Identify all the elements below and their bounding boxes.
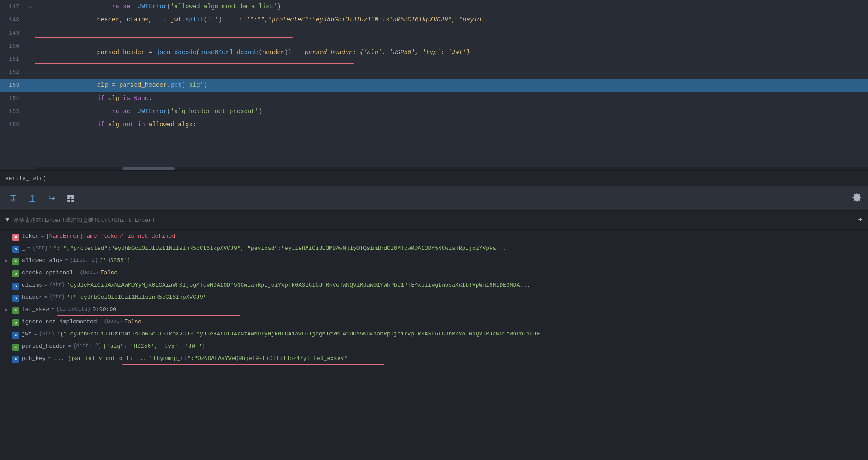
code-line-156: 156 if alg not in allowed_algs: xyxy=(0,118,868,131)
expand-icon-allowed-algs[interactable]: ▶ xyxy=(5,257,12,263)
code-line-151: 151 parsed_header = json_decode(base64ur… xyxy=(0,52,868,66)
svg-rect-1 xyxy=(67,197,70,199)
var-type-header: {str} xyxy=(49,294,65,300)
horizontal-scrollbar[interactable] xyxy=(35,167,868,170)
var-type-allowed-algs: {list: 1} xyxy=(69,257,98,263)
var-row-iat-skew[interactable]: ▶ ≡ iat_skew = {timedelta} 0:00:00 xyxy=(0,305,868,317)
var-row-token[interactable]: ● token = {NameError}name 'token' is not… xyxy=(0,232,868,244)
badge-allowed-algs: ≡ xyxy=(12,258,19,265)
line-number-152: 152 xyxy=(0,69,26,76)
expand-icon-checks-optional xyxy=(5,270,12,270)
var-type-ignore-not-implemented: {bool} xyxy=(104,318,122,325)
line-content-156: if alg not in allowed_algs: xyxy=(35,105,868,144)
badge-pub-key: s xyxy=(12,356,19,363)
line-number-155: 155 xyxy=(0,108,26,115)
badge-jwt: s xyxy=(12,332,19,339)
svg-rect-3 xyxy=(67,200,70,202)
function-bar: verify_jwt() xyxy=(0,170,868,186)
table-icon[interactable] xyxy=(65,192,77,204)
var-value-jwt: '{" eyJhbGciOiJIUzI1NiIsInR5cCI6IkpXVCJ9… xyxy=(56,331,550,337)
var-name-pub-key: pub_key xyxy=(22,355,46,362)
var-value-ignore-not-implemented: False xyxy=(124,318,142,325)
var-name-allowed-algs: allowed_algs xyxy=(22,257,63,264)
var-type-jwt: {str} xyxy=(39,331,55,337)
eval-add-icon[interactable]: + xyxy=(858,216,863,225)
var-row-claims[interactable]: s claims = {str} 'eyJleHAiOiJAxNzAwMDYyM… xyxy=(0,280,868,293)
var-value-header: '{" eyJhbGciOiJIUzI1NiIsInR5cCI6IkpXVCJ9… xyxy=(67,294,207,301)
var-value-allowed-algs: ['HS256'] xyxy=(100,257,130,264)
var-value-parsed-header: {'alg': 'HS256', 'typ': 'JWT'} xyxy=(103,343,205,349)
var-type-iat-skew: {timedelta} xyxy=(56,306,90,312)
var-name-checks-optional: checks_optional xyxy=(22,270,73,276)
step-into-icon[interactable] xyxy=(7,192,19,204)
var-value-underscore: "":"","protected":"eyJhbGciOiJIUzI1NiIsI… xyxy=(50,245,506,252)
line-gutter-147: □ xyxy=(26,4,35,9)
var-name-token: token xyxy=(22,233,39,239)
var-value-checks-optional: False xyxy=(100,270,118,276)
var-row-jwt[interactable]: s jwt = {str} '{" eyJhbGciOiJIUzI1NiIsIn… xyxy=(0,329,868,342)
expand-icon-underscore xyxy=(5,245,12,246)
var-value-token: {NameError}name 'token' is not defined xyxy=(46,233,175,239)
line-number-154: 154 xyxy=(0,95,26,102)
badge-iat-skew: ≡ xyxy=(12,307,19,314)
function-name: verify_jwt() xyxy=(5,175,46,182)
var-value-pub-key: ... (partially cut off) ... "tbymmmp_nt"… xyxy=(54,355,347,362)
line-number-153: 153 xyxy=(0,82,26,89)
svg-rect-0 xyxy=(67,195,74,197)
var-row-parsed-header[interactable]: ≡ parsed_header = {dict: 2} {'alg': 'HS2… xyxy=(0,342,868,354)
badge-claims: s xyxy=(12,283,19,290)
line-number-151: 151 xyxy=(0,56,26,62)
step-over-icon[interactable] xyxy=(45,192,58,204)
expand-icon-iat-skew[interactable]: ▶ xyxy=(5,306,12,312)
var-name-ignore-not-implemented: ignore_not_implemented xyxy=(22,318,97,325)
expand-icon-pub-key xyxy=(5,355,12,356)
badge-checks-optional: b xyxy=(12,270,19,277)
code-lines: 147 □ raise _JWTError('allowed_algs must… xyxy=(0,0,868,131)
var-row-checks-optional[interactable]: b checks_optional = {bool} False xyxy=(0,268,868,280)
line-number-150: 150 xyxy=(0,43,26,49)
line-number-149: 149 xyxy=(0,30,26,36)
var-type-parsed-header: {dict: 2} xyxy=(73,343,101,349)
expand-icon-jwt xyxy=(5,331,12,332)
badge-ignore-not-implemented: b xyxy=(12,319,19,326)
var-name-underscore: _ xyxy=(22,245,25,252)
var-name-iat-skew: iat_skew xyxy=(22,306,49,313)
eval-bar[interactable]: ▼ + xyxy=(0,211,868,230)
variables-panel: ● token = {NameError}name 'token' is not… xyxy=(0,230,868,460)
var-row-header[interactable]: s header = {str} '{" eyJhbGciOiJIUzI1NiI… xyxy=(0,293,868,305)
var-row-ignore-not-implemented[interactable]: b ignore_not_implemented = {bool} False xyxy=(0,317,868,329)
line-number-156: 156 xyxy=(0,121,26,128)
var-row-underscore[interactable]: s _ = {str} "":"","protected":"eyJhbGciO… xyxy=(0,244,868,256)
expand-icon-token xyxy=(5,233,12,234)
settings-gear-icon[interactable] xyxy=(852,193,861,204)
badge-parsed-header: ≡ xyxy=(12,344,19,351)
step-out-icon[interactable] xyxy=(26,192,38,204)
var-type-checks-optional: {bool} xyxy=(80,270,99,276)
var-value-iat-skew: 0:00:00 xyxy=(92,306,116,313)
code-editor: 147 □ raise _JWTError('allowed_algs must… xyxy=(0,0,868,170)
svg-rect-4 xyxy=(71,200,74,202)
var-name-jwt: jwt xyxy=(22,331,32,337)
var-row-allowed-algs[interactable]: ▶ ≡ allowed_algs = {list: 1} ['HS256'] xyxy=(0,256,868,268)
expand-icon-parsed-header xyxy=(5,343,12,344)
badge-header: s xyxy=(12,295,19,302)
line-number-148: 148 xyxy=(0,17,26,23)
svg-rect-2 xyxy=(71,197,74,199)
line-number-147: 147 xyxy=(0,3,26,10)
var-type-claims: {str} xyxy=(49,282,65,288)
var-name-claims: claims xyxy=(22,282,42,288)
var-value-claims: 'eyJleHAiOiJAxNzAwMDYyMjk0LCAiaWF0IjogMT… xyxy=(67,282,530,288)
debug-toolbar xyxy=(0,186,868,211)
expand-icon-header xyxy=(5,294,12,295)
badge-token: ● xyxy=(12,234,19,241)
var-name-header: header xyxy=(22,294,42,301)
bottom-panel: ▼ + ● token = {NameError}name 'token' is… xyxy=(0,186,868,460)
var-type-underscore: {str} xyxy=(32,245,48,251)
var-name-parsed-header: parsed_header xyxy=(22,343,66,349)
eval-input[interactable] xyxy=(13,217,855,223)
expand-icon-ignore-not-implemented xyxy=(5,318,12,319)
var-row-pub-key[interactable]: s pub_key = ... (partially cut off) ... … xyxy=(0,354,868,366)
expand-icon-claims xyxy=(5,282,12,283)
badge-underscore: s xyxy=(12,246,19,253)
eval-collapse-icon[interactable]: ▼ xyxy=(5,216,10,224)
